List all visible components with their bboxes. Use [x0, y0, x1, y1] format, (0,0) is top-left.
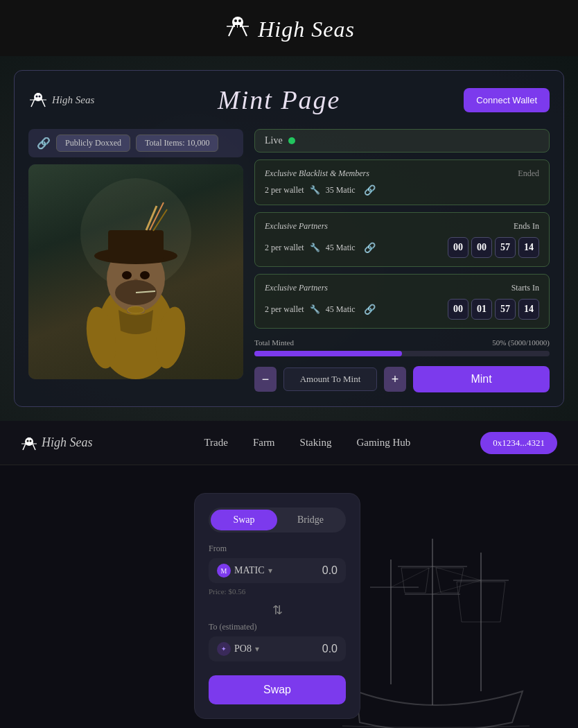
to-token-name: PO8	[234, 643, 252, 655]
tier-3-price: 45 Matic	[326, 304, 356, 315]
tab-bridge[interactable]: Bridge	[277, 510, 344, 530]
nav-section: High Seas Trade Farm Staking Gaming Hub …	[0, 421, 578, 465]
mint-logo-text: High Seas	[52, 94, 94, 106]
matic-token-icon: M	[217, 564, 231, 578]
swap-tabs: Swap Bridge	[209, 508, 346, 532]
mint-content: 🔗 Publicly Doxxed Total Items: 10,000	[28, 129, 550, 392]
swap-card: Swap Bridge From M MATIC ▾ Price: $0.56 …	[194, 493, 360, 719]
tier-1-title: Exclusive Blacklist & Members	[265, 168, 369, 179]
po8-token-icon: ✦	[217, 642, 231, 656]
tier-1-details: 2 per wallet 🔧 35 Matic 🔗	[265, 184, 539, 196]
nft-placeholder	[28, 164, 243, 379]
progress-row: Total Minted 50% (5000/10000)	[254, 338, 550, 347]
tier-3-header: Exclusive Partners Starts In	[265, 283, 539, 293]
top-logo: High Seas	[223, 12, 355, 46]
svg-point-36	[30, 440, 32, 442]
mint-bottom: Total Minted 50% (5000/10000) − Amount T…	[254, 338, 550, 392]
tier-2-header: Exclusive Partners Ends In	[265, 221, 539, 232]
svg-line-45	[432, 566, 481, 580]
mint-right-panel: Live Exclusive Blacklist & Members Ended…	[254, 129, 550, 392]
skull-icon-top	[223, 12, 252, 46]
tab-swap[interactable]: Swap	[211, 510, 277, 530]
from-amount-input[interactable]	[296, 564, 338, 577]
mint-plus-button[interactable]: +	[384, 367, 406, 392]
nav-logo-text: High Seas	[42, 435, 93, 450]
to-token-selector[interactable]: ✦ PO8 ▾	[217, 642, 259, 656]
countdown-3-h1: 00	[448, 299, 468, 320]
nav-gaming-hub[interactable]: Gaming Hub	[356, 437, 410, 449]
tier-2-countdown: 00 00 57 14	[448, 237, 539, 258]
tier-2-title: Exclusive Partners	[265, 221, 328, 232]
countdown-3-m: 57	[495, 299, 516, 320]
swap-action-button[interactable]: Swap	[209, 675, 346, 704]
mint-left-panel: 🔗 Publicly Doxxed Total Items: 10,000	[28, 129, 243, 392]
nft-info-bar: 🔗 Publicly Doxxed Total Items: 10,000	[28, 129, 243, 157]
connect-wallet-button[interactable]: Connect Wallet	[464, 88, 550, 112]
pirate-svg	[39, 164, 233, 379]
tier-2-price: 45 Matic	[326, 243, 356, 253]
tier-3-countdown: 00 01 57 14	[448, 299, 539, 320]
svg-point-34	[25, 437, 33, 446]
top-logo-text: High Seas	[258, 17, 355, 42]
mint-page-title: Mint Page	[94, 85, 464, 115]
countdown-2-m: 57	[495, 237, 516, 258]
nav-farm[interactable]: Farm	[253, 437, 275, 449]
mint-button[interactable]: Mint	[413, 366, 550, 392]
swap-arrow-container: ⇅	[209, 603, 346, 618]
price-label: Price: $0.56	[209, 587, 346, 596]
tier-1-price: 35 Matic	[326, 185, 356, 196]
to-token-chevron: ▾	[255, 644, 259, 655]
live-indicator: Live	[254, 129, 550, 153]
svg-rect-6	[235, 25, 237, 28]
link-icon: 🔗	[37, 137, 51, 150]
mint-minus-button[interactable]: −	[254, 367, 277, 392]
tier-3-per-wallet: 2 per wallet	[265, 304, 304, 315]
svg-point-5	[238, 19, 241, 22]
svg-rect-7	[238, 25, 240, 28]
mint-header: High Seas Mint Page Connect Wallet	[28, 85, 550, 115]
tier-3-link-icon: 🔗	[364, 304, 376, 315]
amount-to-mint-label: Amount To Mint	[283, 367, 377, 391]
countdown-2-h2: 00	[471, 237, 492, 258]
swap-arrow-button[interactable]: ⇅	[272, 603, 283, 618]
tier-2-details: 2 per wallet 🔧 45 Matic 🔗 00 00 57 14	[265, 237, 539, 258]
tier-2-status: Ends In	[514, 221, 539, 232]
svg-point-12	[36, 96, 38, 98]
mint-logo: High Seas	[28, 90, 94, 110]
countdown-2-s: 14	[518, 237, 539, 258]
from-token-selector[interactable]: M MATIC ▾	[217, 564, 272, 578]
tier-3-title: Exclusive Partners	[265, 283, 328, 293]
nav-logo: High Seas	[21, 435, 93, 451]
svg-point-35	[27, 440, 29, 442]
total-items-badge: Total Items: 10,000	[136, 135, 218, 152]
mint-controls: − Amount To Mint + Mint	[254, 366, 550, 392]
svg-rect-19	[108, 230, 164, 259]
nav-skull-icon	[21, 435, 37, 451]
tier-3-details: 2 per wallet 🔧 45 Matic 🔗 00 01 57 14	[265, 299, 539, 320]
live-label: Live	[265, 135, 283, 146]
tier-1-header: Exclusive Blacklist & Members Ended	[265, 168, 539, 179]
progress-bar-fill	[254, 351, 402, 356]
svg-line-44	[391, 566, 432, 587]
tier-1-link-icon: 🔗	[364, 184, 376, 196]
countdown-3-s: 14	[518, 299, 539, 320]
swap-section: Swap Bridge From M MATIC ▾ Price: $0.56 …	[0, 465, 578, 728]
from-token-chevron: ▾	[268, 566, 272, 576]
svg-point-13	[39, 96, 41, 98]
doxxed-badge: Publicly Doxxed	[56, 135, 130, 152]
to-amount-input[interactable]	[296, 643, 338, 655]
tier-2-link-icon: 🔗	[364, 242, 376, 254]
svg-point-24	[140, 271, 150, 279]
mint-section: High Seas Mint Page Connect Wallet 🔗 Pub…	[0, 56, 578, 421]
top-header: High Seas	[0, 0, 578, 56]
countdown-3-h2: 01	[471, 299, 492, 320]
nav-links: Trade Farm Staking Gaming Hub	[134, 437, 481, 449]
nav-trade[interactable]: Trade	[204, 437, 227, 449]
minted-count: 50% (5000/10000)	[492, 338, 550, 347]
to-label: To (estimated)	[209, 622, 346, 632]
tier-card-2: Exclusive Partners Ends In 2 per wallet …	[254, 212, 550, 267]
live-dot	[288, 137, 295, 144]
wallet-address-badge[interactable]: 0x1234...4321	[480, 432, 557, 454]
matic-icon-3: 🔧	[310, 304, 320, 315]
nav-staking[interactable]: Staking	[300, 437, 332, 449]
